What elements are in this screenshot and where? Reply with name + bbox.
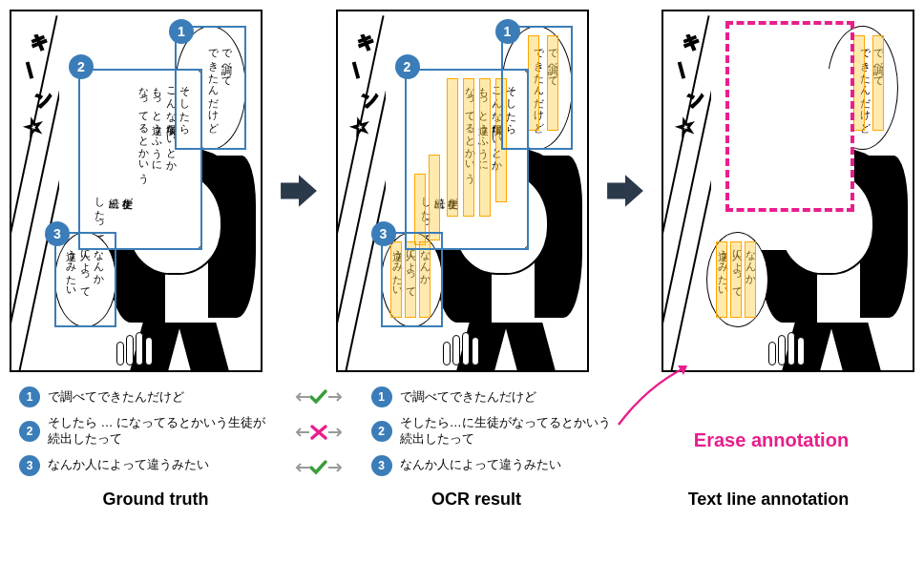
panel-labels: Ground truth OCR result Text line annota… xyxy=(10,490,914,510)
ground-truth-label: Ground truth xyxy=(22,490,289,510)
annotation-box-3 xyxy=(381,232,443,327)
badge-2: 2 xyxy=(395,54,420,79)
ground-truth-panel: キ ㅣ ン ★ xyxy=(10,10,262,372)
list-text: そしたら … になってるとかいう生徒が続出したって xyxy=(48,415,267,448)
list-text: なんか人によって違うみたい xyxy=(48,457,209,473)
cross-icon xyxy=(285,415,352,449)
list-badge: 3 xyxy=(371,455,392,476)
curved-arrow-icon xyxy=(609,358,704,434)
badge-1: 1 xyxy=(169,19,194,44)
check-icon xyxy=(285,457,352,478)
ocr-highlight xyxy=(872,35,884,131)
badge-2: 2 xyxy=(69,54,94,79)
list-badge: 1 xyxy=(19,386,40,407)
list-text: なんか人によって違うみたい xyxy=(400,457,561,473)
ocr-highlight xyxy=(730,241,742,318)
ocr-highlight xyxy=(716,241,727,318)
arrow-icon xyxy=(605,171,645,211)
arrow-icon xyxy=(279,171,319,211)
badge-3: 3 xyxy=(45,221,70,246)
list-badge: 2 xyxy=(19,421,40,442)
annotation-box-2 xyxy=(78,69,202,250)
list-text: で調べてできたんだけど xyxy=(48,389,184,406)
text-line-label: Text line annotation xyxy=(635,490,902,510)
list-text: そしたら…に生徒がなってるとかいう続出したって xyxy=(400,415,620,448)
ocr-result-label: OCR result xyxy=(343,490,610,510)
check-icon xyxy=(285,386,352,407)
erase-label-area: Erase annotation xyxy=(638,386,905,478)
annotation-box-2 xyxy=(405,69,529,250)
ocr-result-list: 1 で調べてできたんだけど 2 そしたら…に生徒がなってるとかいう続出したって … xyxy=(371,386,620,478)
ocr-result-panel: キ ㅣ ン ★ xyxy=(336,10,589,372)
list-badge: 1 xyxy=(371,386,392,407)
hand-illustration xyxy=(116,327,164,365)
ocr-highlight xyxy=(853,35,865,131)
panels-container: キ ㅣ ン ★ xyxy=(10,10,914,372)
hand-illustration xyxy=(443,327,491,365)
list-badge: 2 xyxy=(371,421,392,442)
erase-annotation-box xyxy=(725,21,854,212)
badge-3: 3 xyxy=(371,221,396,246)
ocr-highlight xyxy=(745,241,756,318)
annotation-box-3 xyxy=(54,232,116,327)
badge-1: 1 xyxy=(495,19,520,44)
match-indicators xyxy=(285,386,352,478)
comparison-section: 1 で調べてできたんだけど 2 そしたら … になってるとかいう生徒が続出したっ… xyxy=(10,386,914,478)
list-text: で調べてできたんだけど xyxy=(400,389,536,406)
text-line-panel: キ ㅣ ン ★ xyxy=(662,10,914,372)
ground-truth-list: 1 で調べてできたんだけど 2 そしたら … になってるとかいう生徒が続出したっ… xyxy=(19,386,267,478)
list-badge: 3 xyxy=(19,455,40,476)
hand-illustration xyxy=(768,327,816,365)
